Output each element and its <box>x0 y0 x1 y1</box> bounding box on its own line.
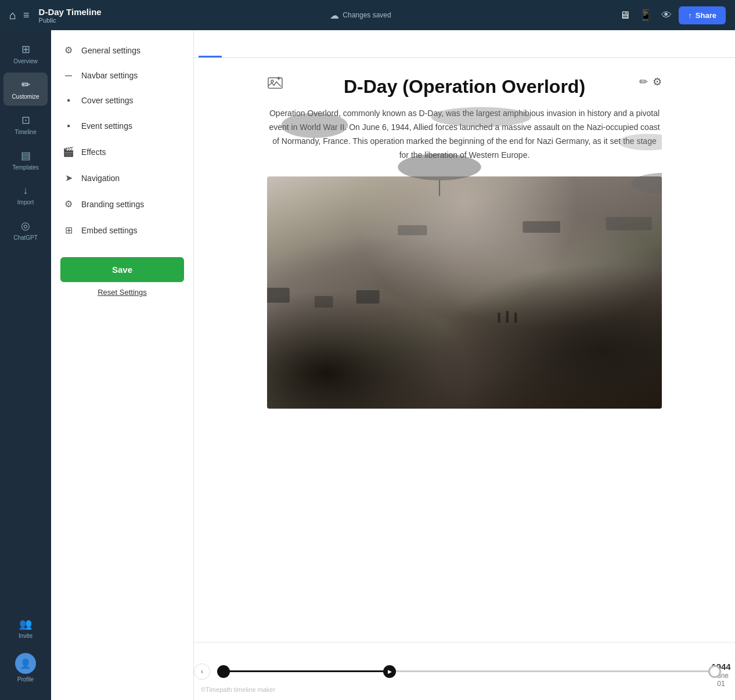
sidebar-bottom: 👥 Invite 👤 Profile <box>3 612 48 693</box>
sidebar-item-invite[interactable]: 👥 Invite <box>3 612 48 645</box>
settings-item-effects-label: Effects <box>81 147 106 157</box>
cover-settings-icon: ▪ <box>63 95 74 106</box>
sidebar-item-profile[interactable]: 👤 Profile <box>3 647 48 688</box>
left-sidebar: ⊞ Overview ✏ Customize ⊡ Timeline ▤ Temp… <box>0 30 51 700</box>
view-icons-group: 🖥 📱 👁 <box>619 9 672 21</box>
event-card: ✏ ⚙ D-Day (Operation Overlord) Operation… <box>267 75 662 409</box>
timeline-end-dot[interactable] <box>708 665 721 678</box>
main-area: ⊞ Overview ✏ Customize ⊡ Timeline ▤ Temp… <box>0 30 735 700</box>
settings-item-branding-label: Branding settings <box>81 200 144 209</box>
project-visibility: Public <box>39 17 102 24</box>
share-button-label: Share <box>696 11 716 20</box>
settings-item-general[interactable]: ⚙ General settings <box>51 37 193 63</box>
settings-item-navigation-label: Navigation <box>81 174 120 183</box>
timeline-line-active <box>217 670 383 672</box>
content-scroll-area: ✏ ⚙ D-Day (Operation Overlord) Operation… <box>194 58 735 642</box>
sidebar-item-templates-label: Templates <box>12 164 39 171</box>
navigation-icon: ➤ <box>63 172 74 183</box>
settings-item-effects[interactable]: 🎬 Effects <box>51 139 193 165</box>
settings-item-navigation[interactable]: ➤ Navigation <box>51 165 193 191</box>
svg-rect-14 <box>267 288 290 303</box>
footer-watermark: ©Timepath timeline maker <box>201 686 275 693</box>
event-image-visual <box>267 176 662 409</box>
settings-item-navbar[interactable]: — Navbar settings <box>51 63 193 88</box>
timeline-tab-4[interactable] <box>268 44 291 57</box>
sidebar-item-timeline-label: Timeline <box>15 129 36 135</box>
general-settings-icon: ⚙ <box>63 45 74 56</box>
timeline-mid-dot[interactable] <box>383 665 396 678</box>
sidebar-item-overview[interactable]: ⊞ Overview <box>3 37 48 70</box>
settings-item-general-label: General settings <box>81 46 140 55</box>
timeline-tab-5[interactable] <box>291 44 315 57</box>
desktop-view-icon[interactable]: 🖥 <box>619 9 630 21</box>
preview-area: ✏ ⚙ D-Day (Operation Overlord) Operation… <box>194 30 735 700</box>
event-image <box>267 176 662 409</box>
sidebar-item-customize[interactable]: ✏ Customize <box>3 73 48 106</box>
overview-icon: ⊞ <box>21 43 30 56</box>
svg-rect-16 <box>356 290 380 304</box>
project-title-group: D-Day Timeline Public <box>39 7 102 24</box>
templates-icon: ▤ <box>21 149 31 162</box>
sidebar-item-chatgpt[interactable]: ◎ ChatGPT <box>3 214 48 247</box>
import-icon: ↓ <box>23 185 28 197</box>
settings-item-cover[interactable]: ▪ Cover settings <box>51 88 193 113</box>
sidebar-item-profile-label: Profile <box>17 676 34 683</box>
svg-rect-12 <box>606 217 652 230</box>
timeline-track: 1944 June 01 <box>217 670 721 672</box>
save-status-text: Changes saved <box>343 11 391 19</box>
timeline-tab-2[interactable] <box>222 44 245 57</box>
sidebar-item-overview-label: Overview <box>13 58 38 64</box>
svg-rect-11 <box>523 221 560 233</box>
timeline-icon: ⊡ <box>21 114 30 127</box>
invite-icon: 👥 <box>19 618 32 630</box>
preview-icon[interactable]: 👁 <box>661 9 672 21</box>
svg-point-7 <box>398 176 481 181</box>
sidebar-item-import-label: Import <box>17 199 34 205</box>
project-title: D-Day Timeline <box>39 7 102 17</box>
settings-item-event[interactable]: ▪ Event settings <box>51 113 193 139</box>
embed-settings-icon: ⊞ <box>63 225 74 236</box>
svg-point-9 <box>631 176 662 194</box>
sidebar-item-import[interactable]: ↓ Import <box>3 179 48 211</box>
effects-icon: 🎬 <box>63 146 74 157</box>
save-status: ☁ Changes saved <box>330 10 391 21</box>
home-icon[interactable]: ⌂ <box>9 9 16 22</box>
save-button[interactable]: Save <box>60 257 184 282</box>
event-settings-icon: ▪ <box>63 121 74 131</box>
tablet-view-icon[interactable]: 📱 <box>639 9 652 21</box>
timeline-start-dot[interactable] <box>217 665 230 678</box>
svg-rect-19 <box>514 313 517 323</box>
timeline-line: 1944 June 01 <box>217 670 721 672</box>
sidebar-item-timeline[interactable]: ⊡ Timeline <box>3 108 48 141</box>
svg-rect-10 <box>398 225 427 235</box>
settings-item-cover-label: Cover settings <box>81 96 133 105</box>
settings-actions: Save Reset Settings <box>51 248 193 301</box>
navbar-settings-icon: — <box>63 71 74 80</box>
top-header: ⌂ ≡ D-Day Timeline Public ☁ Changes save… <box>0 0 735 30</box>
settings-panel: ⚙ General settings — Navbar settings ▪ C… <box>51 30 194 700</box>
collapse-panel-button[interactable]: ‹ <box>194 663 210 680</box>
sidebar-item-chatgpt-label: ChatGPT <box>13 234 38 241</box>
sidebar-item-invite-label: Invite <box>19 633 33 639</box>
svg-rect-18 <box>506 311 509 323</box>
cloud-icon: ☁ <box>330 10 339 21</box>
avatar: 👤 <box>15 653 36 674</box>
sidebar-item-customize-label: Customize <box>12 93 39 100</box>
settings-item-embed-label: Embed settings <box>81 226 138 235</box>
reset-settings-button[interactable]: Reset Settings <box>60 288 184 297</box>
svg-rect-17 <box>498 313 500 323</box>
customize-icon: ✏ <box>21 78 30 91</box>
sidebar-item-templates[interactable]: ▤ Templates <box>3 143 48 176</box>
svg-rect-15 <box>315 296 333 308</box>
branding-settings-icon: ⚙ <box>63 199 74 210</box>
timeline-tabs-bar <box>194 30 735 58</box>
share-icon: ↑ <box>688 11 692 20</box>
menu-icon[interactable]: ≡ <box>23 9 30 21</box>
share-button[interactable]: ↑ Share <box>679 6 726 24</box>
settings-item-navbar-label: Navbar settings <box>81 71 138 80</box>
settings-item-embed[interactable]: ⊞ Embed settings <box>51 217 193 243</box>
timeline-tab-3[interactable] <box>245 44 268 57</box>
timeline-tab-1[interactable] <box>199 44 222 57</box>
settings-item-branding[interactable]: ⚙ Branding settings <box>51 191 193 217</box>
settings-item-event-label: Event settings <box>81 121 132 131</box>
